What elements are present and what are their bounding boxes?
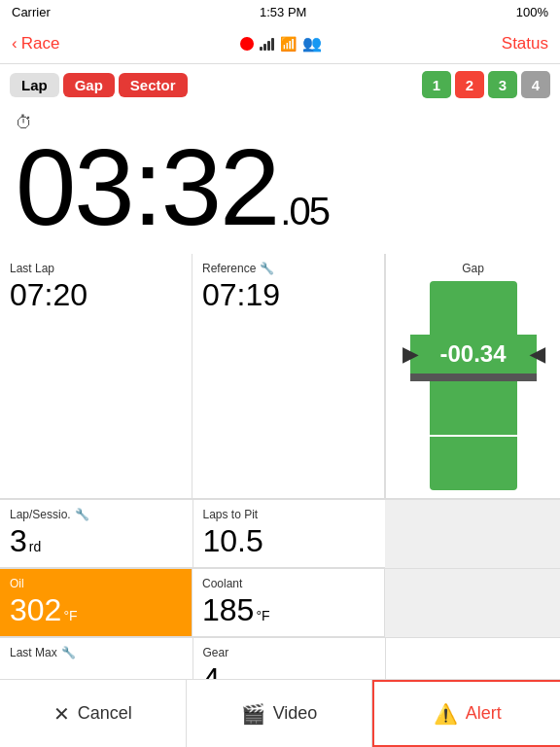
- oil-label: Oil: [10, 577, 182, 590]
- laps-to-pit-cell: Laps to Pit 10.5: [193, 500, 386, 568]
- gap-label: Gap: [462, 262, 484, 275]
- people-icon: 👥: [302, 34, 322, 53]
- gap-bar-bottom: [430, 437, 517, 490]
- gap-cell-filler-1: [385, 500, 560, 568]
- last-lap-label: Last Lap: [10, 262, 182, 275]
- coolant-cell: Coolant 185 °F: [192, 569, 385, 637]
- gap-visual: ▶ -00.34 ◀: [420, 281, 527, 490]
- time-label: 1:53 PM: [260, 5, 306, 19]
- gap-bar-mid: [430, 381, 517, 435]
- sector-1[interactable]: 1: [422, 71, 451, 98]
- reference-cell: Reference 🔧 07:19: [192, 254, 385, 499]
- gap-bar-top: [430, 281, 517, 335]
- oil-cell: Oil 302 °F: [0, 569, 192, 637]
- reference-value: 07:19: [202, 277, 374, 313]
- gap-value-box: ▶ -00.34 ◀: [410, 335, 537, 374]
- lap-session-cell: Lap/Sessio. 🔧 3 rd: [0, 500, 193, 568]
- back-button[interactable]: ‹ Race: [12, 34, 59, 53]
- sector-numbers: 1 2 3 4: [422, 71, 550, 98]
- bottom-bar: ✕ Cancel 🎬 Video ⚠️ Alert: [0, 679, 560, 747]
- laps-to-pit-value: 10.5: [203, 523, 376, 559]
- nav-bar: ‹ Race 📶 👥 Status: [0, 23, 560, 64]
- status-button[interactable]: Status: [502, 34, 548, 53]
- gap-cell: Gap ▶ -00.34 ◀: [385, 254, 560, 499]
- wifi-icon: 📶: [280, 36, 297, 52]
- status-bar: Carrier 1:53 PM 100%: [0, 0, 560, 23]
- signal-icon: [260, 37, 274, 51]
- alert-icon: ⚠️: [434, 702, 458, 726]
- tab-gap[interactable]: Gap: [63, 73, 115, 97]
- row-1: Last Lap 07:20 Reference 🔧 07:19 Gap ▶ -…: [0, 254, 560, 500]
- gap-cell-filler-2: [385, 569, 560, 637]
- main-timer: 03:32.05: [16, 133, 329, 242]
- sector-2[interactable]: 2: [455, 71, 484, 98]
- carrier-label: Carrier: [12, 5, 51, 19]
- coolant-value: 185 °F: [202, 592, 374, 628]
- timer-ms: .05: [280, 192, 329, 231]
- reference-label: Reference 🔧: [202, 262, 374, 275]
- arrow-left-icon: ▶: [402, 342, 417, 366]
- wrench3-icon: 🔧: [61, 646, 76, 659]
- data-area: Last Lap 07:20 Reference 🔧 07:19 Gap ▶ -…: [0, 254, 560, 707]
- wrench2-icon: 🔧: [75, 508, 89, 521]
- wrench-icon: 🔧: [260, 262, 274, 275]
- video-button[interactable]: 🎬 Video: [187, 680, 373, 747]
- lap-session-label: Lap/Sessio. 🔧: [10, 508, 183, 521]
- sector-3[interactable]: 3: [488, 71, 517, 98]
- arrow-right-icon: ◀: [530, 342, 544, 366]
- cancel-icon: ✕: [53, 702, 70, 726]
- gap-divider: [410, 374, 537, 381]
- last-max-label: Last Max 🔧: [10, 646, 183, 659]
- record-icon: [240, 37, 254, 51]
- battery-label: 100%: [516, 5, 548, 19]
- alert-button[interactable]: ⚠️ Alert: [372, 680, 560, 747]
- row-2: Lap/Sessio. 🔧 3 rd Laps to Pit 10.5: [0, 500, 560, 569]
- tab-bar: Lap Gap Sector 1 2 3 4: [0, 64, 560, 105]
- last-lap-cell: Last Lap 07:20: [0, 254, 192, 499]
- timer-value: 03:32: [16, 133, 278, 242]
- row-3: Oil 302 °F Coolant 185 °F: [0, 569, 560, 638]
- sector-4[interactable]: 4: [521, 71, 550, 98]
- coolant-label: Coolant: [202, 577, 374, 590]
- tab-sector[interactable]: Sector: [119, 73, 188, 97]
- gear-label: Gear: [203, 646, 376, 659]
- back-chevron-icon: ‹: [12, 34, 18, 53]
- oil-value: 302 °F: [10, 592, 182, 628]
- back-label: Race: [21, 34, 60, 53]
- last-lap-value: 07:20: [10, 277, 182, 313]
- video-icon: 🎬: [241, 702, 265, 726]
- lap-session-value: 3 rd: [10, 523, 183, 559]
- timer-section: ⏱ 03:32.05: [0, 105, 560, 254]
- cancel-button[interactable]: ✕ Cancel: [0, 680, 187, 747]
- tab-lap[interactable]: Lap: [10, 73, 59, 97]
- nav-icons: 📶 👥: [240, 34, 322, 53]
- laps-to-pit-label: Laps to Pit: [203, 508, 376, 521]
